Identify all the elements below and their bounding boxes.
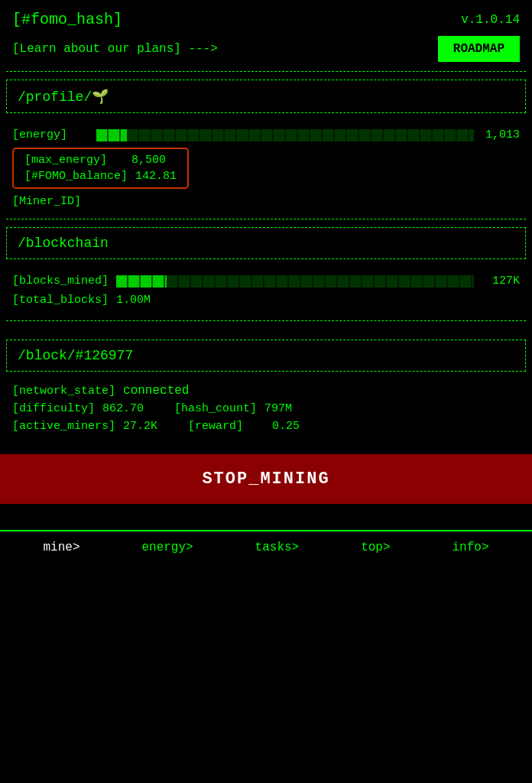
app-title: [#fomo_hash] <box>12 11 122 28</box>
blocks-mined-rest <box>167 275 474 288</box>
max-energy-label: [max_energy] <box>24 154 124 167</box>
active-miners-label: [active_miners] <box>12 420 115 433</box>
roadmap-button[interactable]: ROADMAP <box>438 36 520 62</box>
highlight-box: [max_energy] 8,500 [#FOMO_balance] 142.8… <box>12 148 189 189</box>
divider-profile-blockchain <box>6 219 526 219</box>
nav-energy[interactable]: energy> <box>141 541 193 554</box>
blocks-mined-label: [blocks_mined] <box>12 275 109 288</box>
total-blocks-row: [total_blocks] 1.00M <box>12 294 520 307</box>
reward-value: 0.25 <box>272 420 300 433</box>
difficulty-label: [difficulty] <box>12 402 95 415</box>
nav-tasks[interactable]: tasks> <box>255 541 300 554</box>
miners-reward-row: [active_miners] 27.2K [reward] 0.25 <box>12 420 520 433</box>
miner-id-row: [Miner_ID] <box>12 195 520 208</box>
max-energy-value: 8,500 <box>131 154 166 167</box>
block-heading: /block/#126977 <box>18 348 133 363</box>
block-section-header: /block/#126977 <box>6 340 526 372</box>
divider-top <box>6 71 526 72</box>
roadmap-promo-text: [Learn about our plans] ---> <box>12 42 429 56</box>
miner-id-label: [Miner_ID] <box>12 195 89 208</box>
profile-section-header: /profile/🌱 <box>6 80 526 113</box>
reward-label: [reward] <box>188 420 264 433</box>
header: [#fomo_hash] v.1.0.14 <box>0 0 532 36</box>
stop-mining-button[interactable]: STOP_MINING <box>0 454 532 504</box>
blocks-mined-fill <box>116 275 167 288</box>
blocks-mined-bar <box>116 275 474 288</box>
blockchain-section-header: /blockchain <box>6 227 526 259</box>
energy-bar <box>96 129 474 141</box>
hash-count-label: [hash_count] <box>174 402 257 415</box>
blockchain-heading: /blockchain <box>18 236 109 251</box>
blocks-mined-value: 127K <box>482 275 520 288</box>
energy-bar-fill <box>96 129 127 141</box>
network-state-row: [network_state] connected <box>12 384 520 398</box>
profile-heading: /profile/🌱 <box>18 89 109 105</box>
roadmap-bar: [Learn about our plans] ---> ROADMAP <box>0 36 532 71</box>
difficulty-hashcount-row: [difficulty] 862.70 [hash_count] 797M <box>12 402 520 415</box>
network-state-label: [network_state] <box>12 385 115 398</box>
bottom-nav: mine> energy> tasks> top> info> <box>0 531 532 564</box>
blocks-mined-row: [blocks_mined] 127K <box>12 275 520 288</box>
app-version: v.1.0.14 <box>461 13 520 27</box>
block-content: [network_state] connected [difficulty] 8… <box>0 379 532 445</box>
nav-mine[interactable]: mine> <box>43 541 79 554</box>
nav-info[interactable]: info> <box>452 541 488 554</box>
blockchain-content: [blocks_mined] 127K [total_blocks] 1.00M <box>0 267 532 320</box>
fomo-balance-row: [#FOMO_balance] 142.81 <box>24 170 177 183</box>
energy-value: 1,013 <box>482 128 520 141</box>
total-blocks-label: [total_blocks] <box>12 294 109 307</box>
total-blocks-value: 1.00M <box>116 294 151 307</box>
energy-label: [energy] <box>12 128 89 141</box>
nav-top[interactable]: top> <box>361 541 390 554</box>
active-miners-value: 27.2K <box>123 420 157 433</box>
fomo-balance-value: 142.81 <box>135 170 177 183</box>
hash-count-value: 797M <box>264 402 292 415</box>
max-energy-row: [max_energy] 8,500 <box>24 154 177 167</box>
network-state-value: connected <box>123 384 189 398</box>
energy-bar-rest <box>127 129 474 141</box>
energy-row: [energy] 1,013 <box>12 128 520 141</box>
difficulty-value: 862.70 <box>102 402 144 415</box>
profile-content: [energy] 1,013 [max_energy] 8,500 [#FOMO… <box>0 121 532 219</box>
fomo-balance-label: [#FOMO_balance] <box>24 170 128 183</box>
